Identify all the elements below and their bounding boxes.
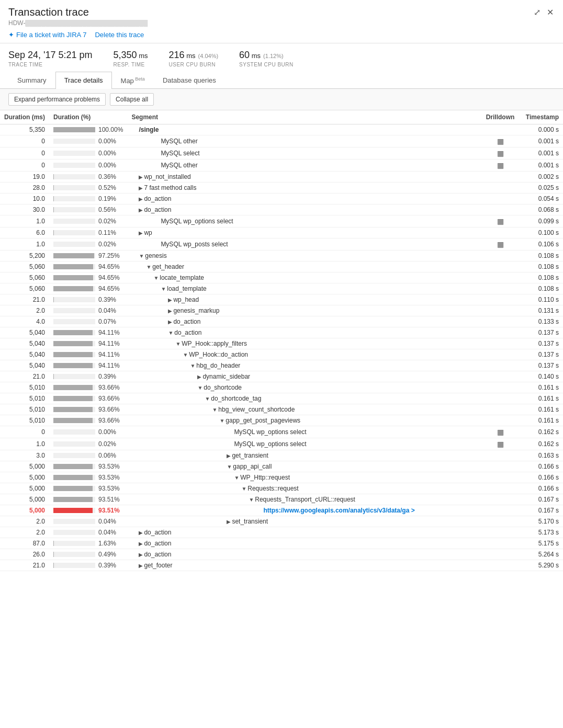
delete-link[interactable]: Delete this trace (95, 31, 144, 39)
segment-name: MySQL wp_options select (234, 440, 306, 448)
pct-text: 0.02% (98, 440, 122, 448)
bar-fill (53, 286, 93, 291)
drilldown-icon[interactable]: ▦ (497, 161, 504, 169)
table-row: 1.0 0.02% MySQL wp_options select▦0.099 … (0, 215, 563, 228)
cell-duration-pct: 93.53% (49, 461, 127, 472)
cell-drilldown: ▦ (479, 135, 521, 147)
expand-icon[interactable]: ⤢ (533, 6, 542, 18)
bar-bg (53, 407, 95, 412)
cell-timestamp: 5.290 s (521, 560, 563, 571)
cell-segment: ▼locate_template (127, 272, 479, 283)
cell-duration-pct: 0.02% (49, 215, 127, 228)
cell-segment: MySQL wp_posts select (127, 238, 479, 251)
pct-text: 0.36% (98, 173, 122, 180)
expand-down-arrow[interactable]: ▼ (146, 264, 151, 270)
expand-down-arrow[interactable]: ▼ (190, 363, 195, 369)
tab-database-queries[interactable]: Database queries (154, 72, 225, 89)
bar-fill (53, 363, 93, 368)
cell-segment: ▶do_action (127, 527, 479, 538)
cell-duration-pct: 93.66% (49, 393, 127, 404)
tab-summary[interactable]: Summary (8, 72, 55, 89)
tab-trace-details[interactable]: Trace details (55, 72, 112, 89)
tab-map[interactable]: Map Beta (112, 72, 154, 89)
pct-text: 93.66% (98, 417, 122, 424)
cell-drilldown: ▦ (479, 160, 521, 172)
pct-text: 0.07% (98, 318, 122, 325)
expand-right-arrow[interactable]: ▶ (139, 563, 143, 568)
cell-segment: ▼Requests_Transport_cURL::request (127, 494, 479, 505)
expand-right-arrow[interactable]: ▶ (139, 230, 143, 236)
expand-down-arrow[interactable]: ▼ (241, 486, 246, 492)
expand-right-arrow[interactable]: ▶ (139, 530, 143, 536)
expand-right-arrow[interactable]: ▶ (139, 207, 143, 213)
cell-duration-ms: 5,350 (0, 124, 49, 135)
expand-down-arrow[interactable]: ▼ (219, 418, 224, 424)
pct-text: 0.19% (98, 195, 122, 202)
pct-text: 94.11% (98, 340, 122, 347)
cell-segment: ▼gapp_api_call (127, 461, 479, 472)
expand-down-arrow[interactable]: ▼ (168, 330, 173, 336)
expand-down-arrow[interactable]: ▼ (249, 497, 254, 503)
drilldown-icon[interactable]: ▦ (497, 217, 504, 225)
bar-fill (53, 352, 93, 357)
expand-right-arrow[interactable]: ▶ (227, 519, 231, 525)
collapse-all-btn[interactable]: Collapse all (110, 93, 154, 106)
expand-down-arrow[interactable]: ▼ (139, 253, 144, 259)
cell-segment: MySQL wp_options select (127, 438, 479, 450)
pct-text: 93.66% (98, 384, 122, 391)
expand-down-arrow[interactable]: ▼ (234, 475, 239, 481)
bar-bg (53, 552, 95, 557)
cell-duration-pct: 93.66% (49, 415, 127, 426)
pct-text: 93.53% (98, 463, 122, 470)
expand-right-arrow[interactable]: ▶ (197, 374, 201, 380)
expand-down-arrow[interactable]: ▼ (227, 464, 232, 470)
expand-down-arrow[interactable]: ▼ (212, 407, 217, 413)
drilldown-icon[interactable]: ▦ (497, 428, 504, 436)
cell-duration-ms: 5,040 (0, 338, 49, 349)
cell-segment: ▼WP_Hook::do_action (127, 349, 479, 360)
segment-name: locate_template (160, 274, 204, 281)
expand-performance-btn[interactable]: Expand performance problems (8, 93, 106, 106)
expand-right-arrow[interactable]: ▶ (168, 308, 172, 314)
expand-down-arrow[interactable]: ▼ (153, 275, 159, 281)
cell-duration-pct: 93.53% (49, 483, 127, 494)
expand-down-arrow[interactable]: ▼ (205, 396, 210, 402)
cell-drilldown (479, 538, 521, 549)
expand-down-arrow[interactable]: ▼ (175, 341, 181, 347)
cell-segment: ▼do_shortcode (127, 382, 479, 393)
drilldown-icon[interactable]: ▦ (497, 149, 504, 157)
expand-right-arrow[interactable]: ▶ (139, 552, 143, 558)
expand-right-arrow[interactable]: ▶ (139, 185, 143, 191)
expand-right-arrow[interactable]: ▶ (139, 541, 143, 547)
drilldown-icon[interactable]: ▦ (497, 137, 504, 145)
bar-fill (53, 264, 93, 269)
bar-bg (53, 519, 95, 524)
segment-name: WP_Hook::do_action (189, 351, 248, 358)
expand-down-arrow[interactable]: ▼ (183, 352, 188, 358)
cell-duration-pct: 0.00% (49, 160, 127, 172)
table-row: 6.0 0.11% ▶wp0.100 s (0, 228, 563, 238)
bar-bg (53, 207, 95, 212)
expand-right-arrow[interactable]: ▶ (139, 196, 143, 202)
expand-right-arrow[interactable]: ▶ (168, 319, 172, 325)
cell-timestamp: 0.001 s (521, 147, 563, 160)
cell-timestamp: 0.140 s (521, 371, 563, 382)
expand-down-arrow[interactable]: ▼ (197, 385, 202, 391)
expand-right-arrow[interactable]: ▶ (139, 174, 143, 180)
close-icon[interactable]: ✕ (546, 6, 555, 18)
cell-segment: ▶do_action (127, 549, 479, 560)
cell-drilldown (479, 194, 521, 204)
expand-right-arrow[interactable]: ▶ (227, 453, 231, 459)
segment-name[interactable]: https://www.googleapis.com/analytics/v3/… (263, 507, 414, 514)
expand-down-arrow[interactable]: ▼ (161, 286, 166, 292)
drilldown-icon[interactable]: ▦ (497, 440, 504, 448)
segment-name: gapp_api_call (233, 463, 272, 470)
expand-right-arrow[interactable]: ▶ (168, 297, 172, 303)
drilldown-icon[interactable]: ▦ (497, 240, 504, 248)
cell-timestamp: 0.068 s (521, 204, 563, 215)
cell-duration-pct: 93.51% (49, 494, 127, 505)
cell-duration-ms: 6.0 (0, 228, 49, 238)
pct-text: 0.52% (98, 184, 122, 191)
jira-link[interactable]: ✦ File a ticket with JIRA 7 (8, 31, 86, 39)
cell-drilldown (479, 527, 521, 538)
